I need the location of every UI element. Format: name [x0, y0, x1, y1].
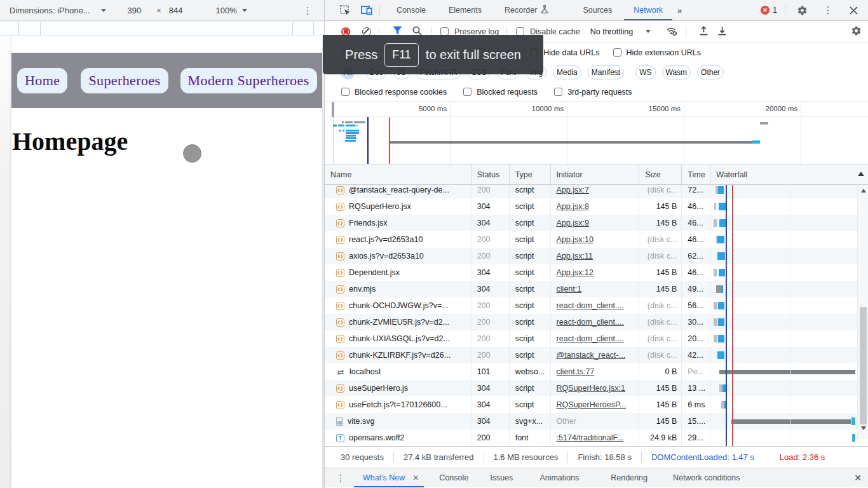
request-row[interactable]: Friends.jsx304scriptApp.jsx:9145 B46...: [325, 215, 868, 231]
scroll-up-icon[interactable]: [858, 185, 868, 196]
type-filter-other[interactable]: Other: [697, 65, 724, 79]
drawer-tab-issues[interactable]: Issues: [481, 468, 522, 487]
chevron-down-icon[interactable]: [101, 9, 106, 12]
drawer-tab-whats-new[interactable]: What's New ✕: [354, 468, 424, 487]
request-initiator[interactable]: App.jsx:10: [557, 235, 593, 244]
request-time: 20...: [682, 330, 710, 347]
request-row[interactable]: RQSuperHero.jsx304scriptApp.jsx:8145 B46…: [325, 198, 868, 215]
device-toolbar-menu-icon[interactable]: ⋮: [303, 6, 313, 15]
request-initiator[interactable]: client:1: [557, 285, 582, 294]
name-cell: Friends.jsx: [325, 215, 471, 231]
device-width-field[interactable]: 390: [127, 6, 141, 15]
error-badge[interactable]: ✕ 1: [761, 6, 777, 15]
request-initiator[interactable]: react-dom_client....: [557, 334, 624, 343]
request-row[interactable]: vite.svg304svg+x...Other145 B15....: [325, 413, 868, 430]
device-dimensions-select[interactable]: Dimensions: iPhone...: [10, 6, 90, 15]
request-row[interactable]: env.mjs304scriptclient:1145 B49...: [325, 281, 868, 297]
scrollbar-thumb[interactable]: [860, 307, 867, 424]
column-header-type[interactable]: Type: [510, 165, 551, 184]
request-type: script: [510, 215, 551, 231]
request-initiator[interactable]: client.ts:77: [557, 367, 595, 376]
close-devtools-icon[interactable]: [847, 4, 860, 17]
type-filter-ws[interactable]: WS: [635, 65, 655, 79]
column-header-waterfall[interactable]: Waterfall: [710, 165, 868, 184]
tab-network[interactable]: Network: [624, 0, 672, 20]
tab-console[interactable]: Console: [387, 0, 435, 20]
third-party-requests-checkbox[interactable]: 3rd-party requests: [554, 88, 632, 97]
request-row[interactable]: Topensans.woff2200font:5174/traditionalF…: [325, 430, 868, 446]
request-row[interactable]: useFetch.js?t=170126600...304scriptRQSup…: [325, 396, 868, 413]
hide-extension-urls-checkbox[interactable]: Hide extension URLs: [613, 48, 701, 57]
request-initiator[interactable]: App.jsx:12: [557, 268, 593, 277]
column-header-time[interactable]: Time: [682, 165, 710, 184]
request-row[interactable]: Dependent.jsx304scriptApp.jsx:12145 B46.…: [325, 264, 868, 281]
initiator-cell: react-dom_client....: [551, 297, 640, 314]
tab-sources[interactable]: Sources: [573, 0, 621, 20]
request-type: font: [510, 430, 551, 446]
blocked-response-cookies-checkbox[interactable]: Blocked response cookies: [341, 88, 447, 97]
request-initiator[interactable]: App.jsx:11: [557, 252, 593, 261]
device-toolbar-toggle-icon[interactable]: [360, 4, 373, 17]
request-row[interactable]: chunk-ZVMIEU5R.js?v=d2...200scriptreact-…: [325, 314, 868, 330]
request-row[interactable]: react.js?v=d2653a10200scriptApp.jsx:10(d…: [325, 231, 868, 248]
nav-link-home[interactable]: Home: [17, 68, 67, 93]
more-tabs-icon[interactable]: »: [672, 6, 686, 15]
request-initiator[interactable]: App.jsx:8: [557, 202, 589, 211]
import-har-icon[interactable]: [699, 26, 709, 37]
request-row[interactable]: ⇄localhost101webso...client.ts:770 BPe..…: [325, 363, 868, 380]
tab-recorder[interactable]: Recorder: [495, 0, 558, 20]
request-initiator[interactable]: RQSuperHero.jsx:1: [557, 384, 625, 393]
throttling-select[interactable]: No throttling: [590, 27, 651, 36]
request-name: vite.svg: [348, 417, 374, 426]
drawer-tab-console[interactable]: Console: [430, 468, 477, 487]
column-header-name[interactable]: Name: [325, 165, 471, 184]
request-initiator[interactable]: :5174/traditionalF...: [557, 433, 624, 442]
type-filter-wasm[interactable]: Wasm: [662, 65, 691, 79]
request-initiator[interactable]: App.jsx:7: [557, 186, 589, 194]
overview-bar: [346, 137, 356, 139]
error-icon: ✕: [761, 6, 770, 15]
drawer-tab-animations[interactable]: Animations: [531, 468, 588, 487]
close-whats-new-icon[interactable]: ✕: [412, 473, 419, 482]
tab-elements[interactable]: Elements: [439, 0, 491, 20]
request-row[interactable]: chunk-KZLIRBKF.js?v=d26...200script@tans…: [325, 347, 868, 363]
devtools-menu-kebab-icon[interactable]: ⋮: [822, 4, 834, 17]
device-height-field[interactable]: 844: [169, 6, 183, 15]
browser-viewport-pane: Dimensions: iPhone... 390 × 844 100% ⋮ H…: [0, 0, 324, 488]
nav-link-modern-superheroes[interactable]: Modern Superheroes: [180, 68, 317, 93]
request-row[interactable]: chunk-OCHDJWGW.js?v=...200scriptreact-do…: [325, 297, 868, 314]
request-row[interactable]: chunk-UXIASGQL.js?v=d2...200scriptreact-…: [325, 330, 868, 347]
network-conditions-icon[interactable]: [666, 26, 678, 37]
script-file-icon: [336, 318, 344, 327]
export-har-icon[interactable]: [717, 26, 727, 37]
request-row[interactable]: axios.js?v=d2653a10200scriptApp.jsx:11(d…: [325, 248, 868, 264]
scroll-down-icon[interactable]: [858, 423, 868, 433]
drawer-tab-rendering[interactable]: Rendering: [602, 468, 656, 487]
request-initiator[interactable]: react-dom_client....: [557, 301, 624, 310]
table-scrollbar[interactable]: [857, 185, 868, 439]
request-row[interactable]: @tanstack_react-query-de...200scriptApp.…: [325, 185, 868, 198]
request-initiator[interactable]: react-dom_client....: [557, 318, 624, 327]
request-initiator[interactable]: RQSuperHeroesP...: [557, 400, 627, 409]
nav-link-superheroes[interactable]: Superheroes: [81, 68, 168, 93]
type-filter-manifest[interactable]: Manifest: [588, 65, 624, 79]
request-initiator[interactable]: App.jsx:9: [557, 219, 589, 227]
inspect-element-icon[interactable]: [339, 4, 351, 17]
column-header-status[interactable]: Status: [471, 165, 510, 184]
column-header-initiator[interactable]: Initiator: [551, 165, 640, 184]
network-settings-gear-icon[interactable]: [851, 25, 862, 38]
close-drawer-icon[interactable]: ✕: [854, 473, 862, 483]
request-name: react.js?v=d2653a10: [349, 235, 423, 244]
chevron-down-icon[interactable]: [242, 9, 247, 12]
drawer-tab-network-conditions[interactable]: Network conditions: [664, 468, 749, 487]
settings-gear-icon[interactable]: [796, 4, 808, 17]
column-header-size[interactable]: Size: [639, 165, 682, 184]
request-initiator[interactable]: @tanstack_react-...: [557, 351, 626, 360]
request-row[interactable]: useSuperHero.js304scriptRQSuperHero.jsx:…: [325, 380, 868, 396]
blocked-requests-checkbox[interactable]: Blocked requests: [463, 88, 538, 97]
drawer-menu-kebab-icon[interactable]: ⋮: [336, 473, 345, 483]
network-overview-timeline[interactable]: 5000 ms10000 ms15000 ms20000 ms: [325, 102, 868, 165]
device-zoom-select[interactable]: 100%: [215, 6, 236, 15]
waterfall-bar: [731, 419, 851, 424]
type-filter-media[interactable]: Media: [553, 65, 581, 79]
